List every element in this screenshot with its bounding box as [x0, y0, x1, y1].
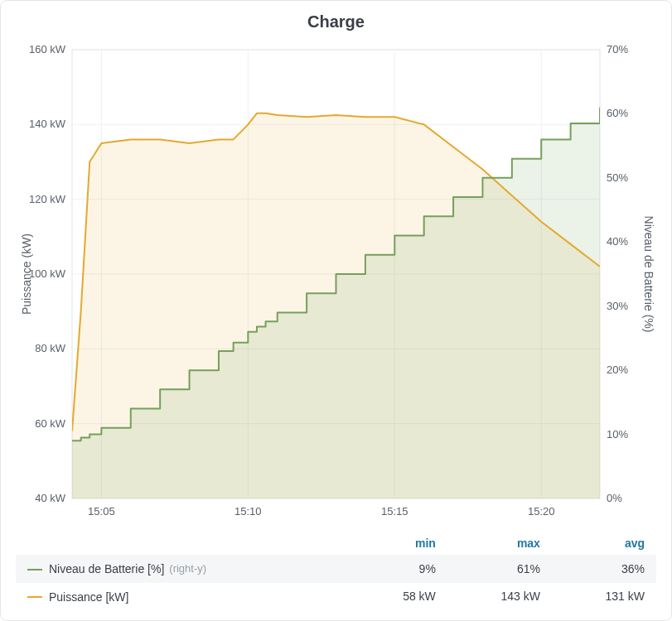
legend-name-label: Puissance [kW]	[49, 590, 128, 604]
legend-header-row: min max avg	[16, 532, 656, 555]
legend-row[interactable]: Niveau de Batterie [%](right-y)9%61%36%	[16, 555, 656, 582]
legend-max-value: 143 kW	[447, 583, 552, 610]
svg-text:10%: 10%	[607, 428, 628, 440]
legend-axis-side: (right-y)	[169, 562, 206, 575]
svg-text:50%: 50%	[607, 171, 628, 184]
svg-text:20%: 20%	[607, 363, 628, 376]
svg-text:60%: 60%	[607, 107, 628, 119]
legend-header-blank	[16, 532, 354, 555]
svg-text:70%: 70%	[607, 43, 628, 55]
svg-text:15:15: 15:15	[381, 505, 409, 518]
svg-text:15:20: 15:20	[528, 505, 555, 518]
legend-name-label: Niveau de Batterie [%]	[49, 563, 164, 576]
legend-max-value: 61%	[447, 555, 552, 582]
legend-min-value: 9%	[354, 555, 447, 582]
legend-row[interactable]: Puissance [kW]58 kW143 kW131 kW	[16, 583, 656, 610]
svg-text:140 kW: 140 kW	[29, 118, 66, 130]
legend-series-name[interactable]: Niveau de Batterie [%](right-y)	[16, 555, 354, 582]
svg-text:40 kW: 40 kW	[35, 492, 66, 504]
svg-text:160 kW: 160 kW	[29, 43, 66, 55]
svg-text:15:10: 15:10	[234, 505, 262, 518]
svg-text:120 kW: 120 kW	[29, 193, 66, 205]
chart-panel: Charge 40 kW60 kW80 kW100 kW120 kW140 kW…	[0, 0, 672, 621]
legend-header-avg: avg	[552, 532, 656, 555]
legend-min-value: 58 kW	[354, 583, 447, 610]
legend-header-min: min	[354, 532, 447, 555]
svg-text:0%: 0%	[607, 492, 622, 504]
legend-header-max: max	[447, 532, 552, 555]
svg-text:100 kW: 100 kW	[29, 267, 66, 280]
legend-color-swatch	[27, 596, 42, 598]
legend-series-name[interactable]: Puissance [kW]	[16, 583, 354, 610]
svg-text:40%: 40%	[607, 235, 628, 248]
svg-text:Niveau de Batterie (%): Niveau de Batterie (%)	[642, 216, 655, 333]
svg-text:60 kW: 60 kW	[35, 417, 66, 430]
svg-text:30%: 30%	[607, 300, 628, 312]
chart-svg[interactable]: 40 kW60 kW80 kW100 kW120 kW140 kW160 kW0…	[16, 40, 656, 527]
chart-title: Charge	[16, 12, 656, 31]
legend-avg-value: 131 kW	[552, 583, 656, 610]
svg-text:15:05: 15:05	[88, 505, 115, 518]
chart-canvas[interactable]: 40 kW60 kW80 kW100 kW120 kW140 kW160 kW0…	[16, 40, 656, 527]
svg-text:80 kW: 80 kW	[35, 342, 66, 354]
legend-table: min max avg Niveau de Batterie [%](right…	[16, 532, 656, 610]
legend-color-swatch	[27, 569, 42, 570]
legend-avg-value: 36%	[552, 555, 656, 582]
svg-text:Puissance (kW): Puissance (kW)	[20, 233, 33, 315]
